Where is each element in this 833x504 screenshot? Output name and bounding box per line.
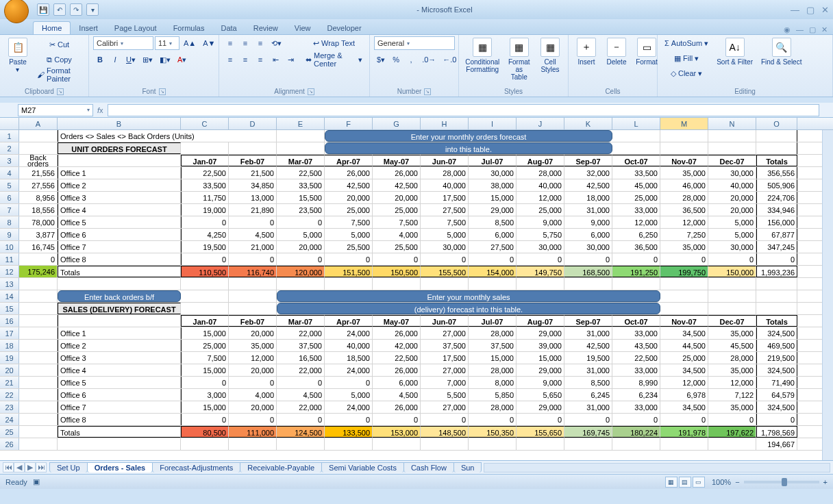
row-20[interactable]: 20Office 415,00020,00022,00024,00026,000…: [0, 364, 833, 377]
dec-decimal-button[interactable]: ←.0: [440, 53, 459, 66]
row-16[interactable]: 16Jan-07Feb-07Mar-07Apr-07May-07Jun-07Ju…: [0, 315, 833, 327]
bold-button[interactable]: B: [93, 53, 107, 66]
font-name-select[interactable]: Calibri▾: [93, 36, 153, 50]
row-14[interactable]: 14Enter back orders b/fEnter your monthl…: [0, 290, 833, 303]
left-align-button[interactable]: ≡: [223, 53, 237, 66]
number-launcher[interactable]: ↘: [424, 88, 431, 95]
row-3[interactable]: 3BackordersJan-07Feb-07Mar-07Apr-07May-0…: [0, 155, 833, 167]
paste-button[interactable]: 📋 Paste▾: [4, 36, 32, 75]
fill-color-button[interactable]: ◧▾: [157, 53, 173, 66]
font-color-button[interactable]: A▾: [175, 53, 189, 66]
row-2[interactable]: 2UNIT ORDERS FORECASTinto this table.: [0, 142, 833, 155]
row-5[interactable]: 527,556Office 233,50034,85033,50042,5004…: [0, 179, 833, 192]
ribbon-close-button[interactable]: ✕: [821, 25, 828, 34]
insert-cells-button[interactable]: ＋Insert: [573, 36, 600, 67]
delete-cells-button[interactable]: －Delete: [603, 36, 630, 67]
zoom-slider[interactable]: [744, 481, 819, 483]
top-align-button[interactable]: ≡: [223, 36, 237, 50]
zoom-in-button[interactable]: +: [823, 478, 828, 486]
save-button[interactable]: 💾: [37, 3, 49, 16]
row-13[interactable]: 13: [0, 278, 833, 290]
row-17[interactable]: 17Office 115,00020,00022,00024,00026,000…: [0, 327, 833, 340]
select-all-corner[interactable]: [0, 118, 19, 129]
underline-button[interactable]: U▾: [123, 53, 138, 66]
row-26[interactable]: 26194,667: [0, 438, 833, 451]
row-25[interactable]: 25Totals80,500111,000124,500133,500153,0…: [0, 426, 833, 438]
percent-button[interactable]: %: [389, 53, 403, 66]
view-layout-button[interactable]: ▤: [679, 477, 691, 488]
minimize-button[interactable]: —: [791, 5, 799, 15]
tab-view[interactable]: View: [286, 22, 319, 34]
horizontal-scrollbar[interactable]: [484, 463, 830, 473]
macro-record-icon[interactable]: ▣: [33, 477, 40, 486]
row-6[interactable]: 68,956Office 311,75013,00015,50020,00020…: [0, 192, 833, 204]
cut-button[interactable]: ✂ Cut: [34, 38, 84, 51]
row-22[interactable]: 22Office 63,0004,0004,5005,0004,5005,500…: [0, 389, 833, 401]
shrink-font-button[interactable]: A▼: [200, 36, 218, 50]
sheet-tab-4[interactable]: Semi Variable Costs: [321, 462, 404, 473]
ribbon-restore-button[interactable]: ▢: [809, 25, 816, 34]
view-pagebreak-button[interactable]: ▭: [693, 477, 705, 488]
format-painter-button[interactable]: 🖌 Format Painter: [34, 68, 84, 81]
tab-formulas[interactable]: Formulas: [165, 22, 213, 34]
accounting-button[interactable]: $▾: [374, 53, 388, 66]
center-align-button[interactable]: ≡: [238, 53, 252, 66]
row-8[interactable]: 878,000Office 50007,5007,5007,5008,5009,…: [0, 216, 833, 229]
find-select-button[interactable]: 🔍Find & Select: [758, 36, 804, 67]
grow-font-button[interactable]: A▲: [181, 36, 199, 50]
vertical-scrollbar[interactable]: [822, 130, 833, 460]
tab-review[interactable]: Review: [245, 22, 286, 34]
copy-button[interactable]: ⧉ Copy: [34, 53, 84, 66]
sheet-tab-3[interactable]: Receivable-Payable: [240, 462, 322, 473]
undo-button[interactable]: ↶: [53, 3, 66, 16]
row-10[interactable]: 1016,745Office 719,50021,00020,00025,500…: [0, 241, 833, 253]
zoom-out-button[interactable]: −: [735, 478, 739, 486]
row-7[interactable]: 718,556Office 419,00021,89023,50025,0002…: [0, 204, 833, 216]
sheet-tab-1[interactable]: Orders - Sales: [87, 462, 153, 473]
fx-icon[interactable]: fx: [97, 106, 103, 114]
row-15[interactable]: 15SALES (DELIVERY) FORECAST(delivery) fo…: [0, 303, 833, 315]
middle-align-button[interactable]: ≡: [238, 36, 252, 50]
ribbon-minimize-button[interactable]: —: [796, 25, 804, 34]
inc-decimal-button[interactable]: .0→: [419, 53, 438, 66]
tab-insert[interactable]: Insert: [71, 22, 106, 34]
help-icon[interactable]: ◉: [784, 25, 791, 34]
wrap-text-button[interactable]: ↩ Wrap Text: [303, 36, 365, 50]
tab-home[interactable]: Home: [33, 21, 71, 34]
conditional-formatting-button[interactable]: ▦Conditional Formatting: [463, 36, 502, 75]
font-launcher[interactable]: ↘: [159, 88, 166, 95]
bottom-align-button[interactable]: ≡: [253, 36, 267, 50]
restore-button[interactable]: ▢: [806, 5, 815, 15]
alignment-launcher[interactable]: ↘: [308, 88, 314, 95]
fill-button[interactable]: ▦ Fill ▾: [662, 51, 711, 65]
clear-button[interactable]: ◇ Clear ▾: [662, 66, 711, 80]
sheet-tab-2[interactable]: Forecast-Adjustments: [152, 462, 240, 473]
zoom-control[interactable]: 100% − +: [712, 478, 828, 486]
cell-styles-button[interactable]: ▦Cell Styles: [536, 36, 564, 75]
italic-button[interactable]: I: [108, 53, 122, 66]
clipboard-launcher[interactable]: ↘: [57, 88, 64, 95]
row-12[interactable]: 12175,246Totals110,500116,740120,000151,…: [0, 266, 833, 278]
sheet-tab-6[interactable]: Sun: [453, 462, 482, 473]
inc-indent-button[interactable]: ⇥: [284, 53, 297, 66]
worksheet-grid[interactable]: ABCDEFGHIJKLMNO 1Orders <> Sales <> Back…: [0, 118, 833, 460]
column-headers[interactable]: ABCDEFGHIJKLMNO: [0, 118, 833, 130]
right-align-button[interactable]: ≡: [253, 53, 267, 66]
row-1[interactable]: 1Orders <> Sales <> Back Orders (Units)E…: [0, 130, 833, 142]
orientation-button[interactable]: ⟲▾: [269, 36, 284, 50]
autosum-button[interactable]: Σ AutoSum ▾: [662, 36, 711, 50]
tab-page-layout[interactable]: Page Layout: [106, 22, 165, 34]
sheet-tab-5[interactable]: Cash Flow: [403, 462, 454, 473]
borders-button[interactable]: ⊞▾: [140, 53, 156, 66]
row-11[interactable]: 110Office 80000000000000: [0, 253, 833, 266]
merge-center-button[interactable]: ⬌ Merge & Center ▾: [303, 53, 365, 66]
row-23[interactable]: 23Office 715,00020,00022,00024,00026,000…: [0, 401, 833, 414]
font-size-select[interactable]: 11▾: [155, 36, 179, 50]
row-19[interactable]: 19Office 37,50012,00016,50018,50022,5001…: [0, 352, 833, 364]
format-as-table-button[interactable]: ▦Format as Table: [505, 36, 534, 82]
sheet-nav[interactable]: ⏮◀▶⏭: [3, 462, 47, 473]
row-21[interactable]: 21Office 500006,0007,0008,0009,0008,5008…: [0, 377, 833, 389]
row-24[interactable]: 24Office 80000000000000: [0, 414, 833, 426]
format-cells-button[interactable]: ▭Format: [633, 36, 660, 67]
number-format-select[interactable]: General▾: [374, 36, 455, 50]
